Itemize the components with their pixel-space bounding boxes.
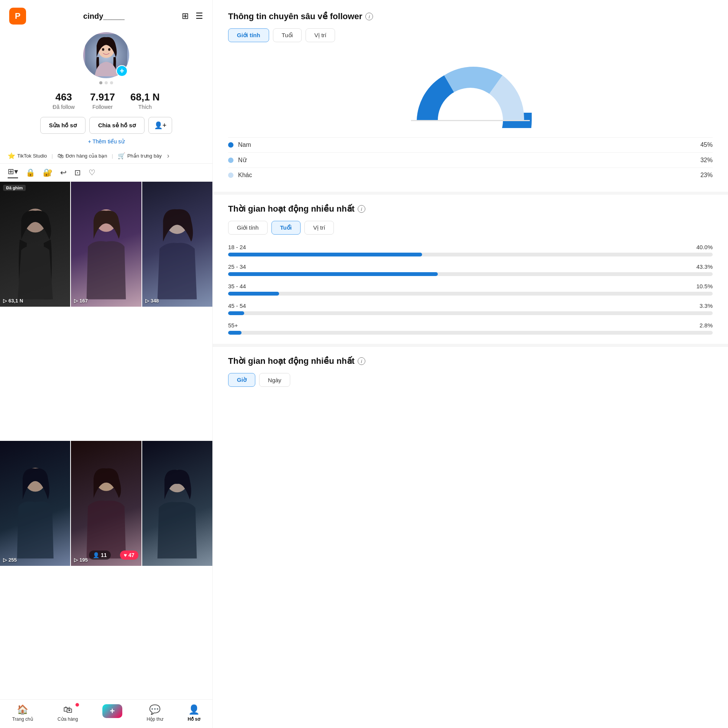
likes-count: 68,1 N <box>130 91 160 103</box>
header-actions: ⊞ ☰ <box>182 11 203 21</box>
video-thumb-5[interactable]: ▷ 195 ♥ 47 👤 11 <box>71 441 141 566</box>
bar-35-44: 35 - 44 10.5% <box>228 283 713 296</box>
nav-profile[interactable]: 👤 Hồ sơ <box>188 704 200 722</box>
bar-fill-45-54 <box>228 311 244 315</box>
bookmark-icon[interactable]: ⊞ <box>182 11 189 21</box>
follower-info-icon[interactable]: i <box>365 13 373 20</box>
tab-a1-age[interactable]: Tuổi <box>271 221 301 235</box>
shop-icon: 🛍 <box>63 704 72 715</box>
tab-a2-ngay[interactable]: Ngày <box>259 373 290 387</box>
bar-track-45-54 <box>228 311 713 315</box>
activity-section1-title: Thời gian hoạt động nhiều nhất i <box>228 204 713 214</box>
tab-a1-location[interactable]: Vị trí <box>304 221 334 235</box>
orders-icon: 🛍 <box>58 153 64 159</box>
collab-filter-icon[interactable]: ⊡ <box>74 168 81 177</box>
avatar-wrapper: + <box>83 32 129 78</box>
bar-label-45-54: 45 - 54 <box>228 302 246 309</box>
studio-icon: ⭐ <box>8 152 15 159</box>
follower-tabs: Giới tính Tuổi Vị trí <box>228 28 713 42</box>
followers-label: Follower <box>92 104 113 110</box>
dot-3 <box>110 81 113 84</box>
stats-row: 463 Đã follow 7.917 Follower 68,1 N Thíc… <box>0 87 212 112</box>
video-views-4: ▷ 255 <box>3 557 17 563</box>
video-views-5: ▷ 195 <box>74 557 88 563</box>
following-label: Đã follow <box>53 104 75 110</box>
bio-link[interactable]: + Thêm tiểu sử <box>0 136 212 148</box>
donut-chart-container <box>228 51 713 128</box>
legend-label-nam: Nam <box>238 141 251 148</box>
following-count: 463 <box>55 91 72 103</box>
loading-dots <box>99 81 113 84</box>
pinned-badge: Đã ghim <box>3 185 26 191</box>
nav-orders[interactable]: 🛍 Đơn hàng của bạn <box>54 151 111 161</box>
legend-khac: Khác 23% <box>228 168 713 182</box>
share-profile-button[interactable]: Chia sẻ hồ sơ <box>89 117 145 134</box>
nav-more[interactable]: › <box>167 152 169 160</box>
bar-track-55plus <box>228 331 713 335</box>
video-thumb-2[interactable]: ▷ 167 <box>71 182 141 307</box>
legend-dot-nu <box>228 158 233 163</box>
legend-nam: Nam 45% <box>228 137 713 152</box>
app-logo: P <box>9 8 26 25</box>
add-avatar-button[interactable]: + <box>116 65 128 77</box>
video-views-3: ▷ 348 <box>145 298 159 304</box>
section-divider-2 <box>213 344 728 347</box>
activity1-info-icon[interactable]: i <box>358 205 365 213</box>
lock-filter-icon[interactable]: 🔒 <box>26 168 35 177</box>
nav-home[interactable]: 🏠 Trang chủ <box>12 704 33 722</box>
bar-pct-45-54: 3.3% <box>700 302 713 309</box>
profile-nav-icon: 👤 <box>188 704 200 715</box>
tab-location[interactable]: Vị trí <box>306 28 335 42</box>
bottom-nav: 🏠 Trang chủ 🛍 Cửa hàng + 💬 Hộp thư 👤 Hồ … <box>0 699 212 728</box>
bar-label-55plus: 55+ <box>228 322 238 329</box>
showcase-icon: 🛒 <box>118 152 125 159</box>
showcase-label: Phần trưng bày <box>127 153 162 159</box>
legend-dot-khac <box>228 173 233 178</box>
video-thumb-6[interactable] <box>142 441 212 566</box>
edit-profile-button[interactable]: Sửa hồ sơ <box>40 117 85 134</box>
repost-filter-icon[interactable]: ↩ <box>60 168 67 177</box>
video-thumb-1[interactable]: Đã ghim ▷ 63,1 N <box>0 182 70 307</box>
nav-sep-2: | <box>111 153 114 159</box>
nav-tiktok-studio[interactable]: ⭐ TikTok Studio <box>4 151 51 161</box>
menu-icon[interactable]: ☰ <box>196 11 203 21</box>
legend-pct-khac: 23% <box>700 172 713 179</box>
legend-label-nu: Nữ <box>238 156 247 164</box>
activity2-tabs: Giờ Ngày <box>228 373 713 387</box>
followers-count: 7.917 <box>90 91 115 103</box>
tab-a2-gio[interactable]: Giờ <box>228 373 255 387</box>
tab-a1-gender[interactable]: Giới tính <box>228 221 268 235</box>
legend-dot-nam <box>228 142 233 148</box>
bar-label-25-34: 25 - 34 <box>228 263 246 270</box>
create-icon: + <box>102 704 122 718</box>
left-panel: P cindy_____ ⊞ ☰ <box>0 0 213 728</box>
activity-section2-title: Thời gian hoạt động nhiều nhất i <box>228 356 713 366</box>
video-thumb-4[interactable]: ▷ 255 <box>0 441 70 566</box>
saved-filter-icon[interactable]: ♡ <box>89 168 95 177</box>
stat-following: 463 Đã follow <box>53 91 75 110</box>
activity1-tabs: Giới tính Tuổi Vị trí <box>228 221 713 235</box>
bar-55plus: 55+ 2.8% <box>228 322 713 335</box>
bar-fill-35-44 <box>228 292 279 296</box>
bar-pct-35-44: 10.5% <box>696 283 713 289</box>
bar-label-18-24: 18 - 24 <box>228 244 246 250</box>
legend-label-khac: Khác <box>238 172 252 179</box>
tab-age[interactable]: Tuổi <box>273 28 302 42</box>
nav-showcase[interactable]: 🛒 Phần trưng bày <box>114 151 166 161</box>
username-label: cindy_____ <box>26 12 182 21</box>
filter-row: ⊞▾ 🔒 🔐 ↩ ⊡ ♡ <box>0 164 212 182</box>
grid-filter-icon[interactable]: ⊞▾ <box>8 167 18 178</box>
add-friend-button[interactable]: 👤+ <box>148 117 173 134</box>
nav-create[interactable]: + <box>102 704 122 722</box>
avatar-section: + <box>0 28 212 87</box>
activity2-info-icon[interactable]: i <box>358 357 365 365</box>
bar-track-25-34 <box>228 272 713 276</box>
nav-inbox[interactable]: 💬 Hộp thư <box>146 704 163 722</box>
nav-sep-1: | <box>51 153 54 159</box>
nav-shop[interactable]: 🛍 Cửa hàng <box>58 704 78 722</box>
video-thumb-3[interactable]: ▷ 348 <box>142 182 212 307</box>
tab-gender[interactable]: Giới tính <box>228 28 269 42</box>
bar-pct-55plus: 2.8% <box>700 322 713 329</box>
lock2-filter-icon[interactable]: 🔐 <box>43 168 53 177</box>
inbox-icon: 💬 <box>149 704 161 715</box>
